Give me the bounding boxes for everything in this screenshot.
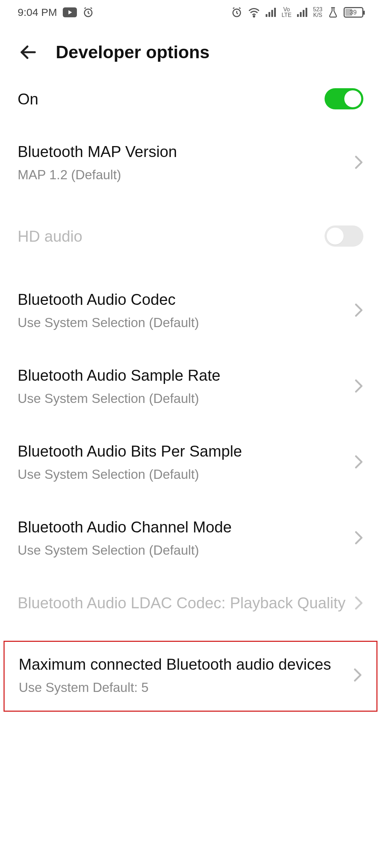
hd-audio-row: HD audio [18,211,363,261]
status-bar: 9:04 PM VoLTE 523 K/S [0,0,381,22]
chevron-right-icon [353,668,362,682]
arrow-left-icon [18,42,38,62]
back-button[interactable] [18,42,39,63]
clock-icon [231,7,242,18]
row-subtitle: MAP 1.2 (Default) [18,168,347,182]
page-title: Developer options [56,42,210,62]
status-right: VoLTE 523 K/S 39 [231,7,363,18]
battery-percent: 39 [350,9,357,16]
bluetooth-sample-rate-row[interactable]: Bluetooth Audio Sample Rate Use System S… [18,348,363,424]
net-speed-label: 523 K/S [313,7,322,18]
chevron-right-icon [354,455,363,469]
battery-icon: 39 [344,7,363,18]
svg-point-2 [253,16,255,17]
chevron-right-icon [354,303,363,317]
bluetooth-bits-per-sample-row[interactable]: Bluetooth Audio Bits Per Sample Use Syst… [18,424,363,500]
status-time: 9:04 PM [18,6,57,18]
chevron-right-icon [354,379,363,393]
screen-header: Developer options [0,22,381,73]
row-subtitle: Use System Selection (Default) [18,467,347,482]
max-bt-devices-highlight: Maximum connected Bluetooth audio device… [4,641,377,712]
volte-label: VoLTE [282,7,291,18]
youtube-icon [63,7,77,17]
signal-bars-1 [266,8,276,17]
row-title: Bluetooth MAP Version [18,142,347,161]
row-subtitle: Use System Selection (Default) [18,391,347,406]
bluetooth-ldac-row: Bluetooth Audio LDAC Codec: Playback Qua… [18,575,363,630]
row-title: Maximum connected Bluetooth audio device… [19,655,346,674]
flask-icon [328,7,338,18]
master-toggle-switch[interactable] [325,88,363,109]
bluetooth-map-version-row[interactable]: Bluetooth MAP Version MAP 1.2 (Default) [18,124,363,200]
row-subtitle: Use System Selection (Default) [18,315,347,330]
row-title: Bluetooth Audio Channel Mode [18,517,347,537]
chevron-right-icon [354,531,363,545]
row-title: Bluetooth Audio Sample Rate [18,366,347,385]
row-title: Bluetooth Audio Bits Per Sample [18,441,347,461]
developer-options-master-toggle-row[interactable]: On [18,73,363,124]
max-bt-devices-row[interactable]: Maximum connected Bluetooth audio device… [19,642,362,711]
bluetooth-audio-codec-row[interactable]: Bluetooth Audio Codec Use System Selecti… [18,272,363,348]
alarm-icon [83,7,94,18]
chevron-right-icon [354,596,363,610]
row-title: HD audio [18,227,318,246]
hd-audio-toggle-switch [325,225,363,247]
row-subtitle: Use System Default: 5 [19,680,346,695]
row-title: Bluetooth Audio LDAC Codec: Playback Qua… [18,593,347,613]
row-title: Bluetooth Audio Codec [18,290,347,309]
bluetooth-channel-mode-row[interactable]: Bluetooth Audio Channel Mode Use System … [18,500,363,575]
wifi-icon [248,7,260,18]
master-toggle-label: On [18,89,318,109]
status-left: 9:04 PM [18,6,94,18]
signal-bars-2 [297,8,307,17]
row-subtitle: Use System Selection (Default) [18,543,347,558]
chevron-right-icon [354,155,363,169]
